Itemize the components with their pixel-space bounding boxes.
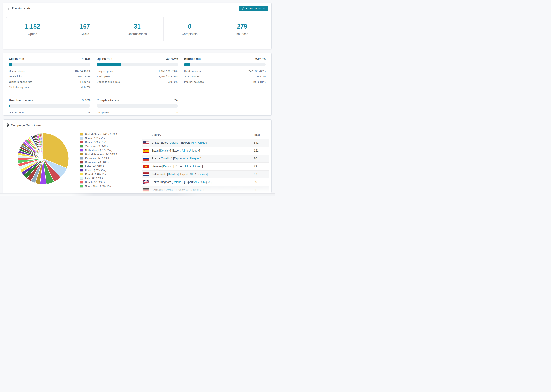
legend-item[interactable]: United States ( 541 / 31% ) — [80, 133, 117, 136]
export-unique-link[interactable]: Unique › — [192, 165, 202, 168]
legend-label: Germany ( 55 / 3% ) — [85, 156, 109, 160]
export-unique-link[interactable]: Unique › — [201, 181, 212, 183]
export-unique-link[interactable]: Unique › — [189, 149, 199, 152]
geo-opens-table: Country Total United States [Details ›] … — [142, 131, 269, 193]
legend-item[interactable]: Russia ( 86 / 5% ) — [80, 140, 117, 144]
legend-item[interactable]: Germany ( 55 / 3% ) — [80, 156, 117, 160]
legend-item[interactable]: Brazil ( 33 / 2% ) — [80, 181, 117, 184]
details-link[interactable]: Details › — [163, 165, 173, 168]
dotted-leader — [205, 83, 252, 83]
export-label: Export: — [185, 181, 194, 183]
stat-label: Complaints — [182, 32, 198, 36]
legend-swatch — [80, 169, 83, 172]
legend-item[interactable]: Canada ( 40 / 2% ) — [80, 173, 117, 176]
rate-block-opens-rate: Opens rate30.736%Unique opens1,152 / 30.… — [97, 57, 178, 91]
stat-label: Unsubscribes — [128, 32, 147, 36]
stat-label: Clicks — [81, 32, 89, 36]
rate-block-unsubscribe-rate: Unsubscribe rate0.77%Unsubscribes31 — [9, 98, 90, 116]
progress-bar — [97, 63, 178, 66]
details-link[interactable]: Details › — [173, 181, 183, 183]
country-name: Netherlands — [152, 173, 166, 176]
export-all-link[interactable]: All › — [186, 189, 191, 191]
rate-rows: Unique opens1,152 / 30.736%Total opens2,… — [97, 70, 178, 84]
export-basic-stats-button[interactable]: Export basic stats — [239, 6, 268, 11]
legend-item[interactable]: Vietnam ( 79 / 5% ) — [80, 145, 117, 147]
rate-row-label: Soft bounces — [184, 75, 199, 78]
export-all-link[interactable]: All › — [183, 157, 188, 160]
rate-title: Unsubscribe rate — [9, 98, 33, 102]
table-row: United States [Details ›] [Export: All ›… — [142, 139, 269, 147]
rate-rows: Unsubscribes31 — [9, 111, 90, 114]
legend-item[interactable]: France ( 42 / 2% ) — [80, 169, 117, 172]
column-header-total: Total — [254, 133, 260, 136]
rate-row-value: 31 — [87, 111, 90, 114]
dotted-leader — [201, 77, 255, 77]
rate-row: Hard bounces242 / 86.738% — [184, 70, 266, 73]
stat-value: 1,152 — [25, 23, 40, 30]
rate-row: Click through rate4.147% — [9, 85, 90, 89]
dotted-leader — [26, 113, 86, 113]
legend-label: United Kingdom ( 59 / 3% ) — [85, 153, 117, 156]
map-pin-icon — [7, 124, 9, 127]
geo-opens-title: Campaign Geo Opens — [11, 124, 42, 127]
export-button-label: Export basic stats — [246, 7, 266, 10]
legend-item[interactable]: Spain ( 121 / 7% ) — [80, 136, 117, 140]
export-all-link[interactable]: All › — [185, 165, 190, 168]
export-unique-link[interactable]: Unique › — [190, 157, 200, 160]
legend-label: Romania ( 49 / 3% ) — [85, 161, 109, 164]
stat-value: 0 — [188, 23, 191, 30]
rate-row: Unique clicks167 / 4.456% — [9, 70, 90, 73]
rate-row-label: Internal bounces — [184, 80, 204, 84]
country-name: United Kingdom — [152, 181, 171, 183]
rate-row: Opens to clicks rate689.82% — [97, 80, 178, 84]
details-link[interactable]: Details › — [160, 149, 170, 152]
rate-row-label: Click through rate — [9, 85, 30, 89]
stat-label: Bounces — [236, 32, 248, 36]
details-link[interactable]: Details › — [170, 141, 180, 144]
country-name: Vietnam — [152, 165, 162, 168]
export-all-link[interactable]: All › — [190, 173, 194, 176]
rate-row-value: 4.147% — [81, 85, 90, 89]
details-link[interactable]: Details › — [162, 157, 172, 160]
export-unique-link[interactable]: Unique › — [193, 189, 203, 191]
legend-item[interactable]: Netherlands ( 67 / 4% ) — [80, 149, 117, 152]
legend-label: Italy ( 36 / 2% ) — [85, 176, 103, 180]
progress-bar-fill — [9, 104, 10, 108]
table-row: Spain [Details ›] [Export: All › / Uniqu… — [142, 147, 269, 155]
legend-item[interactable]: Romania ( 49 / 3% ) — [80, 161, 117, 164]
export-unique-link[interactable]: Unique › — [198, 141, 208, 144]
rate-block-clicks-rate: Clicks rate4.46%Unique clicks167 / 4.456… — [9, 57, 90, 91]
rate-block-bounce-rate: Bounce rate6.927%Hard bounces242 / 86.73… — [184, 57, 266, 91]
export-all-link[interactable]: All › — [191, 141, 196, 144]
legend-item[interactable]: United Kingdom ( 59 / 3% ) — [80, 153, 117, 156]
export-all-link[interactable]: All › — [194, 181, 199, 183]
legend-label: Vietnam ( 79 / 5% ) — [85, 145, 108, 147]
rate-row-value: 19 / 6.81% — [253, 80, 266, 84]
legend-item[interactable]: Italy ( 36 / 2% ) — [80, 176, 117, 180]
nl-flag-icon — [143, 172, 149, 176]
legend-item[interactable]: South Africa ( 29 / 2% ) — [80, 185, 117, 188]
details-link[interactable]: Details › — [168, 173, 178, 176]
details-link[interactable]: Details › — [164, 189, 175, 191]
rate-title: Opens rate — [97, 57, 112, 61]
de-flag-icon — [143, 188, 149, 192]
rate-value: 30.736% — [166, 57, 178, 61]
rate-value: 0.77% — [82, 98, 90, 102]
geo-opens-pie-chart[interactable] — [16, 132, 70, 185]
rate-rows: Complaints0 — [97, 111, 178, 114]
rate-value: 0% — [174, 98, 178, 102]
rate-row: Clicks to opens rate14.497% — [9, 80, 90, 84]
export-label: Export: — [174, 157, 183, 160]
rate-row-label: Unique opens — [97, 70, 113, 73]
export-all-link[interactable]: All › — [182, 149, 186, 152]
total-cell: 86 — [254, 157, 257, 160]
progress-bar — [97, 104, 178, 108]
export-unique-link[interactable]: Unique › — [197, 173, 207, 176]
legend-swatch — [80, 153, 83, 155]
legend-swatch — [80, 181, 83, 183]
country-name: Russia — [152, 157, 160, 160]
legend-label: Netherlands ( 67 / 4% ) — [85, 149, 112, 152]
stat-bounces: 279Bounces — [216, 17, 268, 41]
rate-value: 4.46% — [82, 57, 90, 61]
legend-item[interactable]: India ( 46 / 3% ) — [80, 165, 117, 168]
